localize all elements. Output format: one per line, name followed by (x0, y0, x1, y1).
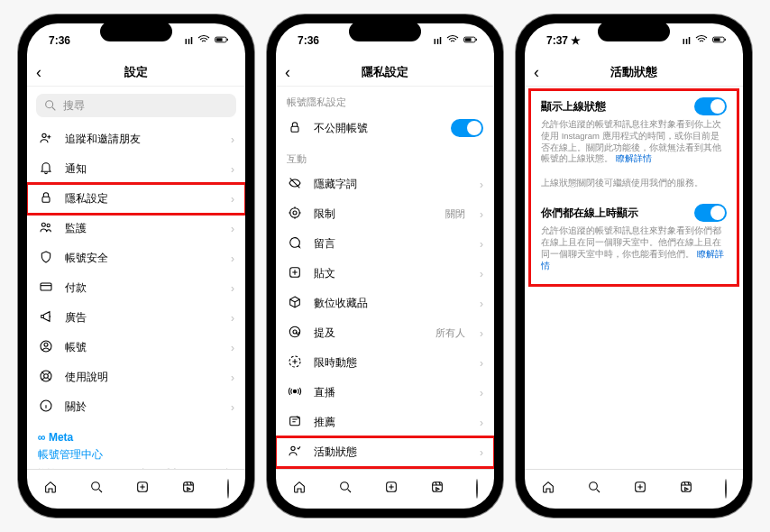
tab-profile[interactable] (476, 480, 478, 499)
row-hidden-words[interactable]: 隱藏字詞 › (276, 170, 494, 199)
row-messages[interactable]: 訊息 › (276, 467, 494, 469)
plus-icon (287, 265, 303, 282)
chevron-right-icon: › (231, 252, 234, 265)
info-icon (38, 399, 54, 416)
svg-rect-2 (216, 38, 223, 41)
tab-home[interactable] (292, 480, 307, 499)
back-button[interactable]: ‹ (285, 64, 290, 80)
signal-icon: ııl (185, 35, 193, 46)
row-security[interactable]: 帳號安全 › (27, 243, 245, 273)
toggle-both-online[interactable] (694, 204, 727, 222)
tab-profile[interactable] (725, 480, 727, 499)
tab-search[interactable] (338, 480, 353, 499)
row-activity-status[interactable]: 活動狀態 › (276, 437, 494, 467)
shield-icon (38, 250, 54, 267)
row-follow-invite[interactable]: 追蹤和邀請朋友 › (27, 124, 245, 154)
row-guides[interactable]: 推薦 › (276, 408, 494, 437)
meta-section: ∞ Meta 帳號管理中心 (27, 422, 245, 464)
guide-icon (287, 414, 303, 431)
tab-create[interactable] (384, 480, 399, 499)
back-button[interactable]: ‹ (534, 64, 539, 80)
tab-home[interactable] (541, 480, 555, 499)
lock-icon (38, 190, 54, 207)
tab-profile[interactable] (227, 480, 229, 499)
tab-reels[interactable] (181, 480, 196, 499)
toggle-show-activity[interactable] (694, 97, 727, 115)
toggle-private[interactable] (451, 119, 483, 137)
row-live[interactable]: 直播 › (276, 378, 494, 408)
row-label: 追蹤和邀請朋友 (65, 132, 220, 147)
row-private-account[interactable]: 不公開帳號 (276, 113, 494, 143)
row-about[interactable]: 關於 › (27, 392, 245, 422)
account-center-link[interactable]: 帳號管理中心 (38, 447, 234, 463)
svg-rect-35 (725, 39, 726, 41)
block-desc: 允許你追蹤的帳號和訊息往來對象看到你上次使用 Instagram 應用程式的時間… (541, 119, 727, 165)
notch (100, 22, 172, 41)
row-comments[interactable]: 留言 › (276, 229, 494, 259)
chevron-right-icon: › (231, 282, 234, 295)
mention-icon (287, 325, 303, 342)
battery-icon (215, 32, 229, 49)
row-collectibles[interactable]: 數位收藏品 › (276, 289, 494, 318)
chevron-right-icon: › (480, 357, 483, 370)
page-title: 設定 (124, 64, 148, 80)
svg-point-12 (44, 374, 49, 379)
nav-bar: ‹ 隱私設定 (276, 58, 494, 87)
content: 顯示上線狀態 允許你追蹤的帳號和訊息往來對象看到你上次使用 Instagram … (525, 87, 743, 469)
chevron-right-icon: › (231, 312, 234, 325)
search-placeholder: 搜尋 (63, 98, 85, 114)
avatar-icon (227, 479, 229, 499)
status-time: 7:36 (49, 34, 70, 47)
tab-bar (27, 469, 245, 509)
help-icon (38, 369, 54, 386)
card-icon (38, 280, 54, 297)
tab-reels[interactable] (679, 480, 693, 499)
nav-bar: ‹ 設定 (27, 58, 245, 87)
person-plus-icon (38, 131, 54, 148)
row-help[interactable]: 使用說明 › (27, 362, 245, 392)
page-title: 活動狀態 (610, 64, 657, 80)
tab-home[interactable] (43, 480, 58, 499)
row-posts[interactable]: 貼文 › (276, 259, 494, 289)
row-notifications[interactable]: 通知 › (27, 154, 245, 184)
notch (598, 22, 670, 41)
row-story[interactable]: 限時動態 › (276, 348, 494, 378)
row-limits[interactable]: 限制 關閉 › (276, 199, 494, 229)
avatar-icon (476, 479, 478, 499)
svg-point-7 (47, 224, 50, 226)
svg-point-37 (589, 482, 597, 491)
row-supervision[interactable]: 監護 › (27, 214, 245, 243)
row-label: 廣告 (65, 310, 220, 326)
tab-create[interactable] (633, 480, 647, 499)
battery-icon (463, 32, 478, 49)
svg-point-21 (290, 208, 300, 218)
row-account[interactable]: 帳號 › (27, 333, 245, 362)
search-input[interactable]: 搜尋 (36, 94, 236, 117)
story-icon (287, 354, 303, 371)
row-label: 隱藏字詞 (314, 177, 469, 192)
row-privacy[interactable]: 隱私設定 › (27, 184, 245, 214)
tab-bar (276, 469, 494, 509)
signal-icon: ııl (434, 35, 442, 46)
battery-icon (712, 32, 727, 49)
phone-frame: 7:36 ııl ‹ 設定 搜尋 追蹤和邀請朋友 (18, 14, 254, 518)
status-right: ııl (185, 32, 229, 49)
screen: 7:36 ııl ‹ 設定 搜尋 追蹤和邀請朋友 (27, 23, 245, 509)
svg-point-22 (293, 211, 297, 215)
row-ads[interactable]: 廣告 › (27, 303, 245, 333)
learn-more-link[interactable]: 瞭解詳情 (616, 153, 652, 163)
tab-reels[interactable] (430, 480, 445, 499)
notch (349, 22, 421, 41)
svg-rect-20 (291, 126, 298, 132)
tab-search[interactable] (587, 480, 601, 499)
tab-search[interactable] (89, 480, 104, 499)
chevron-right-icon: › (231, 133, 234, 146)
tab-create[interactable] (135, 480, 150, 499)
chevron-right-icon: › (480, 208, 483, 221)
chevron-right-icon: › (480, 298, 483, 310)
chevron-right-icon: › (231, 223, 234, 235)
back-button[interactable]: ‹ (36, 64, 41, 80)
row-payments[interactable]: 付款 › (27, 273, 245, 303)
row-mentions[interactable]: 提及 所有人 › (276, 318, 494, 348)
chevron-right-icon: › (480, 417, 483, 429)
